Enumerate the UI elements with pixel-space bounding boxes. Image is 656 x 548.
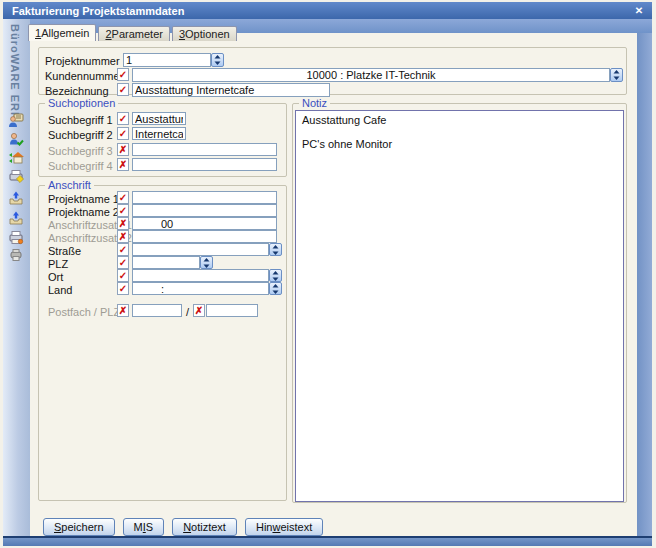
ort-check-icon[interactable]: ✓ [117,269,129,282]
mis-button[interactable]: MIS [123,518,165,536]
kundennummer-dropdown-button[interactable] [610,68,623,82]
button-label-part: peichern [61,521,103,533]
print-gray-icon[interactable] [8,247,24,263]
suchoptionen-group-label: Suchoptionen [45,97,118,110]
home-sync-icon[interactable] [8,149,24,165]
postfach-label: Postfach / PLZ [48,306,120,319]
button-label-part: eistext [280,521,312,533]
tab-strip: 1 Allgemein 2 Parameter 3 Optionen [28,24,239,41]
right-frame-band [637,33,652,546]
postfach-plz-cross-icon[interactable]: ✗ [193,304,205,317]
land-check-icon[interactable]: ✓ [117,282,129,295]
strasse-label: Straße [48,245,81,258]
suchbegriff3-cross-icon[interactable]: ✗ [117,143,129,156]
suchbegriff1-input[interactable] [132,112,186,125]
ort-dropdown-button[interactable] [269,269,282,282]
projektname2-check-icon[interactable]: ✓ [117,204,129,217]
plz-label: PLZ [48,258,68,271]
land-label: Land [48,284,72,297]
export-alt-icon[interactable] [8,210,24,226]
brand-vertical-text: BüroWARE ERP [9,24,21,120]
hinweistext-button[interactable]: Hinweistext [245,518,323,536]
suchbegriff4-cross-icon[interactable]: ✗ [117,158,129,171]
kundennummer-select[interactable] [132,68,610,82]
strasse-input[interactable] [132,243,269,256]
window-title: Fakturierung Projektstammdaten [12,5,184,17]
suchbegriff1-label: Suchbegriff 1 [48,114,113,127]
projektname1-label: Projektname 1 [48,193,119,206]
tab-allgemein[interactable]: 1 Allgemein [28,24,96,41]
tab-parameter[interactable]: 2 Parameter [98,26,169,41]
strasse-check-icon[interactable]: ✓ [117,243,129,256]
button-accesskey: S [54,521,61,533]
kundennummer-label: Kundennummer [45,70,123,83]
suchbegriff2-check-icon[interactable]: ✓ [117,127,129,140]
plz-check-icon[interactable]: ✓ [117,256,129,269]
notiz-group: Notiz Ausstattung Cafe PC's ohne Monitor [292,103,627,503]
projektname1-check-icon[interactable]: ✓ [117,191,129,204]
suchbegriff3-label: Suchbegriff 3 [48,145,113,158]
projektname2-label: Projektname 2 [48,206,119,219]
tab-label: Parameter [112,28,163,40]
anschrift-group-label: Anschrift [45,179,94,192]
app-window: Fakturierung Projektstammdaten ✕ BüroWAR… [0,0,656,548]
button-label-part: otiztext [191,521,226,533]
land-input[interactable] [132,282,269,295]
titlebar: Fakturierung Projektstammdaten ✕ [3,2,652,19]
anschriftzusatz2-input[interactable] [132,230,277,243]
postfach-cross-icon[interactable]: ✗ [117,304,129,317]
tab-label: Allgemein [41,27,89,39]
user-check-icon[interactable] [8,131,24,147]
tab-label: Optionen [185,28,230,40]
projektname2-input[interactable] [132,204,277,217]
ort-input[interactable] [132,269,269,282]
projektnummer-label: Projektnummer [45,55,120,68]
user-card-icon[interactable] [8,112,24,128]
suchbegriff4-label: Suchbegriff 4 [48,160,113,173]
plz-input[interactable] [132,256,200,269]
strasse-dropdown-button[interactable] [269,243,282,256]
tab-optionen[interactable]: 3 Optionen [172,26,237,41]
land-dropdown-button[interactable] [269,282,282,295]
plz-dropdown-button[interactable] [200,256,213,269]
suchbegriff4-input[interactable] [132,158,277,171]
suchbegriff1-check-icon[interactable]: ✓ [117,112,129,125]
button-row: Speichern MIS Notiztext Hinweistext [43,518,323,536]
notiz-textarea[interactable]: Ausstattung Cafe PC's ohne Monitor [295,110,624,502]
postfach-input[interactable] [132,304,182,317]
postfach-plz-input[interactable] [206,304,258,317]
print-color-icon[interactable] [8,229,24,245]
button-accesskey: w [272,521,280,533]
suchbegriff3-input[interactable] [132,143,277,156]
anschriftzusatz1-input[interactable] [132,217,277,230]
projektnummer-spinner-button[interactable] [211,53,224,67]
notiz-group-label: Notiz [299,97,330,110]
suchbegriff2-input[interactable] [132,127,186,140]
save-button[interactable]: Speichern [43,518,115,536]
bottom-frame-band [3,538,652,546]
projektname1-input[interactable] [132,191,277,204]
bezeichnung-input[interactable] [132,83,330,97]
kundennummer-check-icon[interactable]: ✓ [117,68,129,81]
close-button[interactable]: ✕ [632,4,646,17]
export-icon[interactable] [8,190,24,206]
bezeichnung-check-icon[interactable]: ✓ [117,83,129,96]
anschriftzusatz2-cross-icon[interactable]: ✗ [117,230,129,243]
ort-label: Ort [48,271,63,284]
button-label-part: S [146,521,153,533]
button-label-part: Hin [256,521,273,533]
anschriftzusatz1-cross-icon[interactable]: ✗ [117,217,129,230]
postfach-separator: / [186,306,189,319]
print-note-icon[interactable] [8,168,24,184]
sidebar: BüroWARE ERP [3,19,30,536]
notiztext-button[interactable]: Notiztext [172,518,237,536]
button-accesskey: N [183,521,191,533]
button-label-part: M [134,521,143,533]
projektnummer-input[interactable] [123,53,211,67]
suchbegriff2-label: Suchbegriff 2 [48,129,113,142]
